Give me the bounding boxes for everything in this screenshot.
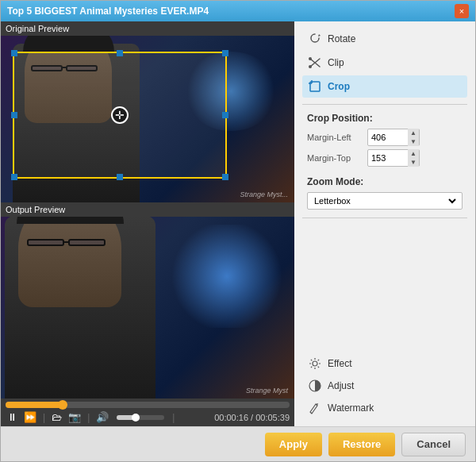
output-glasses-left [27, 239, 64, 246]
watermark-label: Watermark [328, 402, 374, 414]
window-title: Top 5 BIGGEST Animal Mysteries EVER.MP4 [7, 6, 209, 17]
divider-1: | [43, 412, 45, 423]
progress-fill [6, 402, 63, 408]
move-icon[interactable]: ✛ [111, 106, 129, 124]
progress-bar[interactable] [6, 402, 290, 408]
crop-handle-br[interactable] [222, 174, 228, 180]
output-person-hair [17, 217, 124, 224]
settings-button[interactable]: 📷 [67, 411, 83, 423]
crop-handle-mr[interactable] [222, 112, 228, 118]
margin-left-up[interactable]: ▲ [408, 129, 419, 137]
divider-bottom [302, 218, 467, 218]
divider-top [302, 104, 467, 105]
svg-line-13 [318, 360, 319, 360]
margin-top-input[interactable] [368, 153, 408, 163]
original-watermark: Strange Myst... [240, 191, 288, 198]
output-glasses-right [68, 239, 106, 246]
margin-left-field: Margin-Left ▲ ▼ [307, 129, 463, 146]
output-glasses-bridge [64, 241, 68, 243]
zoom-mode-title: Zoom Mode: [307, 176, 463, 187]
cancel-button[interactable]: Cancel [401, 433, 466, 456]
margin-left-input-wrapper: ▲ ▼ [367, 129, 420, 146]
watermark-tool[interactable]: Watermark [302, 398, 467, 418]
top-tools: Rotate Clip [302, 28, 467, 99]
rotate-icon [307, 31, 323, 47]
volume-button[interactable]: 🔊 [94, 411, 110, 423]
original-preview: ✛ Strange Myst... [1, 36, 294, 202]
margin-top-field: Margin-Top ▲ ▼ [307, 149, 463, 167]
adjust-icon [307, 378, 323, 394]
margin-left-input[interactable] [368, 133, 408, 142]
adjust-label: Adjust [328, 380, 354, 391]
margin-top-spinners: ▲ ▼ [408, 149, 419, 167]
rotate-label: Rotate [328, 33, 355, 44]
main-content: Original Preview [1, 21, 475, 426]
crop-handle-tr[interactable] [222, 50, 228, 56]
restore-button[interactable]: Restore [328, 433, 395, 456]
controls-row: ⏸ ⏩ | 🗁 📷 | 🔊 | 00:00:16 / 00:05:39 [6, 411, 290, 423]
svg-point-0 [309, 57, 312, 60]
effect-label: Effect [328, 358, 351, 369]
watermark-icon [307, 400, 323, 416]
title-bar: Top 5 BIGGEST Animal Mysteries EVER.MP4 … [1, 1, 475, 21]
time-display: 00:00:16 / 00:05:39 [214, 413, 290, 422]
player-controls: ⏸ ⏩ | 🗁 📷 | 🔊 | 00:00:16 / 00:05:39 [1, 398, 294, 426]
svg-line-12 [311, 367, 312, 368]
volume-thumb[interactable] [132, 414, 140, 422]
adjust-tool[interactable]: Adjust [302, 375, 467, 396]
crop-icon [307, 79, 323, 94]
crop-handle-tl[interactable] [11, 50, 17, 56]
bottom-tools: Effect Adjust [302, 347, 467, 420]
crop-handle-tc[interactable] [117, 50, 123, 56]
output-person-head [18, 217, 121, 307]
main-window: Top 5 BIGGEST Animal Mysteries EVER.MP4 … [0, 0, 476, 462]
apply-button[interactable]: Apply [265, 433, 322, 456]
margin-top-up[interactable]: ▲ [408, 149, 419, 158]
crop-handle-bc[interactable] [117, 174, 123, 180]
crop-label: Crop [328, 81, 350, 92]
right-panel: Rotate Clip [294, 21, 475, 426]
zoom-select[interactable]: Letterbox Pan & Scan Full [311, 195, 459, 206]
margin-left-spinners: ▲ ▼ [408, 129, 419, 146]
clip-label: Clip [328, 57, 344, 68]
crop-overlay[interactable]: ✛ [13, 52, 227, 179]
margin-top-label: Margin-Top [307, 153, 364, 163]
svg-line-11 [318, 367, 319, 368]
fast-forward-button[interactable]: ⏩ [22, 411, 38, 423]
svg-point-5 [313, 361, 317, 366]
rotate-tool[interactable]: Rotate [302, 28, 467, 50]
margin-left-label: Margin-Left [307, 133, 364, 142]
footer: Apply Restore Cancel [1, 426, 475, 461]
margin-top-input-wrapper: ▲ ▼ [367, 149, 420, 167]
crop-handle-bl[interactable] [11, 174, 17, 180]
crop-position-title: Crop Position: [307, 113, 463, 124]
play-pause-button[interactable]: ⏸ [6, 411, 19, 423]
original-preview-label: Original Preview [1, 21, 294, 36]
svg-point-1 [309, 65, 312, 68]
clip-icon [307, 55, 323, 71]
output-video-bg: Strange Myst [1, 217, 294, 398]
volume-slider[interactable] [117, 415, 164, 420]
output-glow [167, 225, 286, 328]
crop-settings: Crop Position: Margin-Left ▲ ▼ Margin-To… [302, 110, 467, 173]
svg-line-10 [311, 360, 312, 360]
output-preview: Strange Myst [1, 217, 294, 398]
crop-tool[interactable]: Crop [302, 75, 467, 98]
margin-top-down[interactable]: ▼ [408, 158, 419, 167]
zoom-select-wrapper: Letterbox Pan & Scan Full [307, 192, 463, 210]
effect-tool[interactable]: Effect [302, 353, 467, 374]
output-watermark: Strange Myst [246, 387, 288, 395]
progress-thumb[interactable] [58, 400, 67, 410]
output-preview-label: Output Preview [1, 202, 294, 217]
left-panel: Original Preview [1, 21, 294, 426]
person-hair [23, 36, 114, 52]
margin-left-down[interactable]: ▼ [408, 137, 419, 146]
clip-tool[interactable]: Clip [302, 52, 467, 74]
close-button[interactable]: × [455, 4, 469, 18]
crop-handle-ml[interactable] [11, 112, 17, 118]
zoom-section: Zoom Mode: Letterbox Pan & Scan Full [302, 173, 467, 213]
folder-button[interactable]: 🗁 [50, 411, 63, 423]
divider-2: | [87, 412, 90, 423]
original-video-bg: ✛ Strange Myst... [1, 36, 294, 202]
effect-icon [307, 356, 323, 372]
